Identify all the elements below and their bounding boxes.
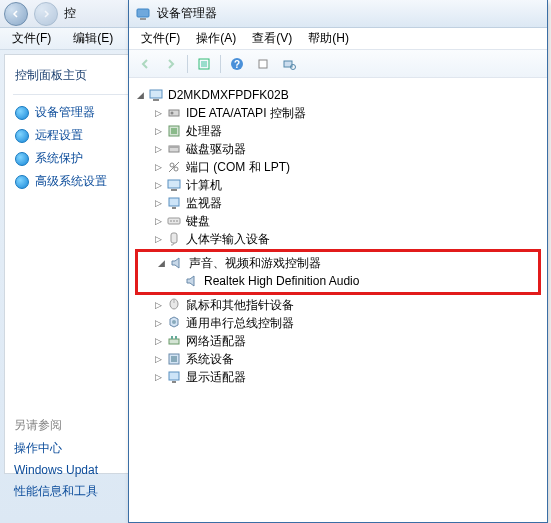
tree-dev-realtek[interactable]: Realtek High Definition Audio [138, 272, 538, 290]
expand-icon[interactable]: ▷ [153, 180, 164, 191]
see-also-windows-update[interactable]: Windows Updat [8, 460, 104, 480]
tree-category[interactable]: ▷显示适配器 [135, 368, 541, 386]
svg-rect-29 [173, 300, 175, 303]
menu-help[interactable]: 帮助(H) [302, 28, 355, 49]
expand-icon[interactable]: ▷ [153, 372, 164, 383]
tree-root[interactable]: ◢ D2MKDMXFPDFK02B [135, 86, 541, 104]
sb-label: 远程设置 [35, 127, 83, 144]
cp-menu-edit[interactable]: 编辑(E) [67, 28, 119, 49]
dm-toolbar: ? [129, 50, 547, 78]
expand-icon[interactable]: ▷ [153, 216, 164, 227]
svg-rect-22 [172, 207, 176, 209]
svg-rect-19 [168, 180, 180, 188]
tree-category[interactable]: ▷鼠标和其他指针设备 [135, 296, 541, 314]
category-icon [166, 141, 182, 157]
category-icon [166, 105, 182, 121]
forward-button[interactable] [34, 2, 58, 26]
menu-view[interactable]: 查看(V) [246, 28, 298, 49]
expand-icon[interactable]: ▷ [153, 108, 164, 119]
tree-category[interactable]: ▷系统设备 [135, 350, 541, 368]
tb-sep [187, 55, 188, 73]
svg-rect-26 [176, 220, 178, 222]
svg-rect-37 [172, 381, 176, 383]
device-manager-icon [135, 6, 151, 22]
tb-back [133, 53, 157, 75]
expand-icon[interactable]: ▷ [153, 198, 164, 209]
cp-titlebar: 控 [0, 0, 144, 28]
tb-show-hidden[interactable] [192, 53, 216, 75]
computer-icon [148, 87, 164, 103]
menu-file[interactable]: 文件(F) [135, 28, 186, 49]
see-also-perf[interactable]: 性能信息和工具 [8, 480, 104, 503]
tree-category[interactable]: ▷网络适配器 [135, 332, 541, 350]
svg-point-12 [171, 112, 174, 115]
shield-icon [15, 152, 29, 166]
cp-sb-remote[interactable]: 远程设置 [5, 124, 139, 147]
cp-menubar: 文件(F) 编辑(E) [0, 28, 144, 50]
tree-label: 磁盘驱动器 [186, 141, 246, 158]
expand-icon[interactable]: ▷ [153, 354, 164, 365]
collapse-icon[interactable]: ◢ [156, 258, 167, 269]
device-tree[interactable]: ◢ D2MKDMXFPDFK02B ▷IDE ATA/ATAPI 控制器▷处理器… [129, 78, 547, 522]
highlighted-region: ◢ 声音、视频和游戏控制器 Realtek High Definition Au… [135, 249, 541, 295]
tree-category[interactable]: ▷磁盘驱动器 [135, 140, 541, 158]
tree-cat-sound[interactable]: ◢ 声音、视频和游戏控制器 [138, 254, 538, 272]
cp-sb-protection[interactable]: 系统保护 [5, 147, 139, 170]
tree-category[interactable]: ▷监视器 [135, 194, 541, 212]
control-panel-window: 控 文件(F) 编辑(E) 控制面板主页 设备管理器 远程设置 系统保护 高级系… [0, 0, 145, 523]
tb-sep [220, 55, 221, 73]
svg-rect-25 [173, 220, 175, 222]
svg-rect-21 [169, 198, 179, 206]
dm-title: 设备管理器 [157, 5, 217, 22]
sb-label: 系统保护 [35, 150, 83, 167]
tree-label: IDE ATA/ATAPI 控制器 [186, 105, 306, 122]
collapse-icon[interactable]: ◢ [135, 90, 146, 101]
cp-menu-file[interactable]: 文件(F) [6, 28, 57, 49]
cp-sidebar-head[interactable]: 控制面板主页 [5, 63, 139, 88]
category-icon [166, 351, 182, 367]
tree-label: 通用串行总线控制器 [186, 315, 294, 332]
tb-scan[interactable] [277, 53, 301, 75]
cp-sidebar: 控制面板主页 设备管理器 远程设置 系统保护 高级系统设置 另请参阅 操作中心 … [4, 54, 140, 474]
tree-category[interactable]: ▷通用串行总线控制器 [135, 314, 541, 332]
cp-sb-device-manager[interactable]: 设备管理器 [5, 101, 139, 124]
tree-category[interactable]: ▷计算机 [135, 176, 541, 194]
see-also-head: 另请参阅 [8, 414, 104, 437]
tree-category[interactable]: ▷人体学输入设备 [135, 230, 541, 248]
category-icon [166, 195, 182, 211]
tb-help[interactable]: ? [225, 53, 249, 75]
back-button[interactable] [4, 2, 28, 26]
tree-label: 监视器 [186, 195, 222, 212]
expand-icon[interactable]: ▷ [153, 162, 164, 173]
tree-label: 键盘 [186, 213, 210, 230]
tb-properties[interactable] [251, 53, 275, 75]
tree-label: Realtek High Definition Audio [204, 274, 359, 288]
tb-forward [159, 53, 183, 75]
expand-icon[interactable]: ▷ [153, 144, 164, 155]
expand-icon[interactable]: ▷ [153, 234, 164, 245]
tree-label: 处理器 [186, 123, 222, 140]
tree-label: 网络适配器 [186, 333, 246, 350]
svg-rect-24 [170, 220, 172, 222]
expand-icon[interactable]: ▷ [153, 318, 164, 329]
see-also-action-center[interactable]: 操作中心 [8, 437, 104, 460]
dm-titlebar[interactable]: 设备管理器 [129, 0, 547, 28]
cp-sb-advanced[interactable]: 高级系统设置 [5, 170, 139, 193]
tree-category[interactable]: ▷端口 (COM 和 LPT) [135, 158, 541, 176]
tree-category[interactable]: ▷键盘 [135, 212, 541, 230]
expand-icon[interactable]: ▷ [153, 300, 164, 311]
svg-rect-35 [171, 356, 177, 362]
category-icon [166, 159, 182, 175]
menu-action[interactable]: 操作(A) [190, 28, 242, 49]
tree-category[interactable]: ▷IDE ATA/ATAPI 控制器 [135, 104, 541, 122]
tree-label: 人体学输入设备 [186, 231, 270, 248]
svg-rect-16 [169, 146, 179, 148]
svg-rect-6 [259, 60, 267, 68]
expand-icon[interactable]: ▷ [153, 126, 164, 137]
tree-category[interactable]: ▷处理器 [135, 122, 541, 140]
shield-icon [15, 129, 29, 143]
svg-rect-36 [169, 372, 179, 380]
svg-rect-33 [175, 336, 177, 339]
svg-rect-14 [171, 128, 177, 134]
expand-icon[interactable]: ▷ [153, 336, 164, 347]
